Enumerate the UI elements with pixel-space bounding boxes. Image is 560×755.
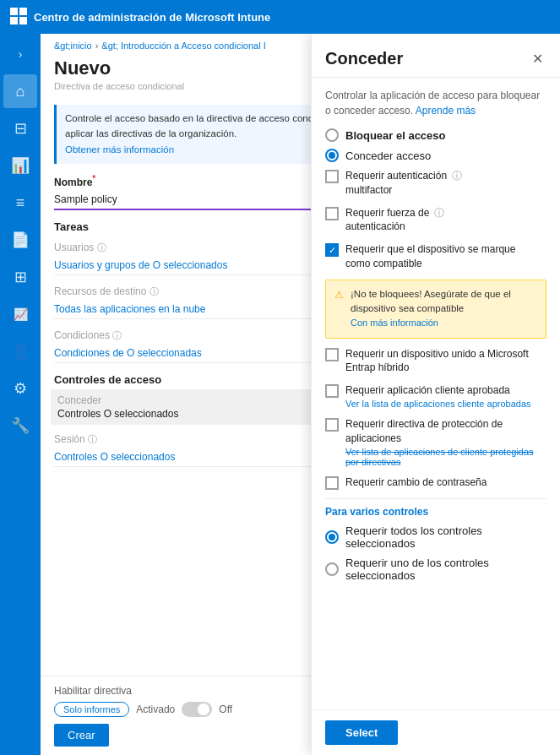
radio-all-dot [329,534,335,540]
radio-block-label: Bloquear el acceso [345,129,446,142]
warning-icon: ⚠ [334,288,344,331]
toggle-off: Off [219,703,232,715]
radio-one-circle [325,562,339,576]
checkbox-auth-label: Requerir fuerza deautenticación [345,206,429,235]
panel-footer: Select [312,709,560,755]
checkbox-hybrid-row: Requerir un dispositivo unido a Microsof… [325,347,546,376]
warning-link[interactable]: Con más información [351,318,438,328]
content-area: &gt;inicio › &gt; Introducción a Acceso … [41,34,560,755]
sidebar-item-reports[interactable]: 📈 [3,297,37,331]
warning-box: ⚠ ¡No te bloquees! Asegúrate de que el d… [325,280,546,339]
app-title: Centro de administración de Microsoft In… [34,11,270,24]
panel-title: Conceder [325,49,403,68]
panel-header: Conceder ✕ [312,34,560,78]
checkbox-approved[interactable] [325,384,339,398]
sidebar-item-dashboard[interactable]: ⊟ [3,111,37,145]
checkbox-password-label: Requerir cambio de contraseña [345,475,487,490]
panel-description: Controlar la aplicación de acceso para b… [325,88,546,118]
close-button[interactable]: ✕ [529,47,546,70]
radio-all-circle [325,530,339,544]
radio-one-label: Requerir uno de los controles selecciona… [345,557,546,582]
sidebar-item-docs[interactable]: 📄 [3,223,37,257]
select-button[interactable]: Select [325,720,398,745]
checkbox-mfa-row: Requerir autenticaciónmultifactor ⓘ [325,169,546,198]
auth-info-icon: ⓘ [434,206,444,220]
sidebar-item-list[interactable]: ≡ [3,186,37,220]
checkbox-auth-row: Requerir fuerza deautenticación ⓘ [325,206,546,235]
checkbox-auth-label-wrap: Requerir fuerza deautenticación ⓘ [345,206,444,235]
mfa-info-icon: ⓘ [452,169,462,183]
radio-one-control[interactable]: Requerir uno de los controles selecciona… [325,557,546,582]
checkbox-protection-label: Requerir directiva de protección de apli… [345,418,503,444]
checkbox-mfa[interactable] [325,170,339,183]
breadcrumb-item-2[interactable]: &gt; Introducción a Acceso condicional I [101,41,265,51]
sidebar-item-home[interactable]: ⌂ [3,74,37,108]
checkbox-compliant[interactable]: ✓ [325,243,339,257]
checkbox-protection[interactable] [325,418,339,432]
toggle-activado: Activado [136,703,175,715]
svg-rect-1 [19,8,27,15]
radio-grant-dot [329,152,335,159]
breadcrumb-item-1[interactable]: &gt;inicio [54,41,92,51]
radio-block-access[interactable]: Bloquear el acceso [325,128,546,142]
breadcrumb-separator: › [95,41,99,51]
checkbox-mfa-label-wrap: Requerir autenticaciónmultifactor ⓘ [345,169,462,198]
radio-block-circle [325,128,339,142]
sidebar-expand-btn[interactable]: › [3,41,37,68]
svg-rect-2 [10,17,18,24]
radio-all-controls[interactable]: Requerir todos los controles seleccionad… [325,524,546,550]
usuarios-info-icon: ⓘ [97,242,106,253]
recursos-info-icon: ⓘ [150,286,159,296]
warning-text-wrap: ¡No te bloquees! Asegúrate de que el dis… [351,287,537,331]
checkbox-hybrid[interactable] [325,348,339,361]
sidebar-item-apps[interactable]: ⊞ [3,260,37,294]
sidebar-item-chart[interactable]: 📊 [3,149,37,182]
checkbox-approved-label-wrap: Requerir aplicación cliente aprobada Ver… [345,383,531,409]
checkbox-mfa-label: Requerir autenticaciónmultifactor [345,169,447,198]
warning-text: ¡No te bloquees! Asegúrate de que el dis… [351,289,511,313]
sidebar-item-settings[interactable]: ⚙ [3,372,37,405]
checkbox-approved-sublabel[interactable]: Ver la lista de aplicaciones cliente apr… [345,399,531,409]
panel-learn-more[interactable]: Aprende más [416,105,476,117]
checkbox-compliant-label: Requerir que el dispositivo se marquecom… [345,243,515,269]
section-divider [325,498,546,499]
checkbox-password[interactable] [325,476,339,490]
radio-grant-circle [325,149,339,162]
topbar: Centro de administración de Microsoft In… [0,0,560,34]
toggle-switch[interactable] [182,702,212,717]
sidebar-item-tools[interactable]: 🔧 [3,409,37,443]
checkbox-approved-row: Requerir aplicación cliente aprobada Ver… [325,383,546,409]
svg-rect-0 [10,8,18,15]
app-icon [10,8,27,27]
sidebar: › ⌂ ⊟ 📊 ≡ 📄 ⊞ 📈 👤 ⚙ 🔧 [0,34,41,755]
sidebar-item-users[interactable]: 👤 [3,334,37,368]
radio-grant-access[interactable]: Conceder acceso [325,149,546,162]
checkbox-compliant-row: ✓ Requerir que el dispositivo se marquec… [325,242,546,271]
checkbox-auth[interactable] [325,207,339,220]
panel-overlay: Conceder ✕ Controlar la aplicación de ac… [311,34,560,755]
checkbox-protection-sublabel[interactable]: Ver lista de aplicaciones de cliente pro… [345,447,546,467]
toggle-knob [198,703,209,715]
create-button[interactable]: Crear [54,724,109,747]
checkbox-approved-label: Requerir aplicación cliente aprobada [345,384,510,396]
panel-body: Controlar la aplicación de acceso para b… [312,78,560,709]
para-controles-label: Para varios controles [325,506,546,518]
radio-grant-label: Conceder acceso [345,149,431,162]
checkbox-protection-label-wrap: Requerir directiva de protección de apli… [345,417,546,467]
sesion-info-icon: ⓘ [88,434,97,444]
checkbox-protection-row: Requerir directiva de protección de apli… [325,417,546,467]
checkbox-password-row: Requerir cambio de contraseña [325,475,546,490]
toggle-solo-informes[interactable]: Solo informes [54,702,129,717]
checkbox-hybrid-label: Requerir un dispositivo unido a Microsof… [345,347,529,376]
checkbox-compliant-label-wrap: Requerir que el dispositivo se marquecom… [345,242,515,271]
radio-all-label: Requerir todos los controles seleccionad… [345,524,546,550]
svg-rect-3 [19,17,27,24]
condiciones-info-icon: ⓘ [112,330,122,340]
